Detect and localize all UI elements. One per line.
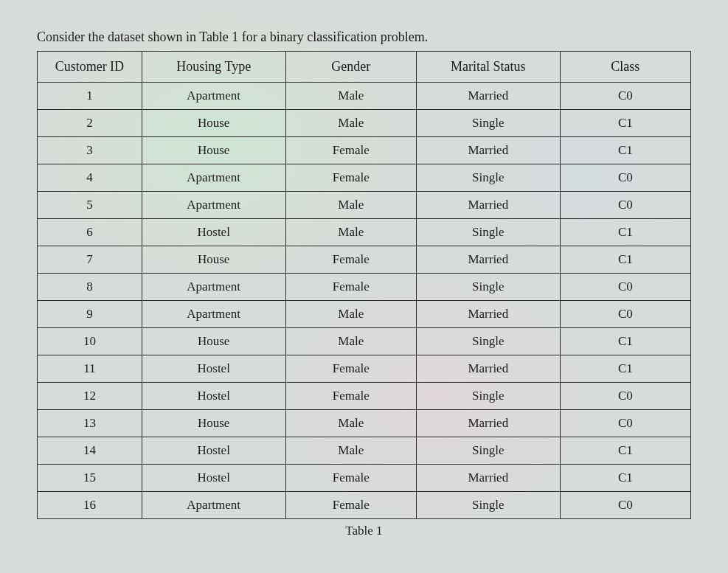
cell-housing: Hostel [142,465,285,492]
cell-marital: Married [416,355,560,383]
cell-housing: Apartment [142,301,285,328]
cell-id: 8 [38,274,142,301]
cell-id: 1 [38,83,142,110]
cell-class: C0 [560,301,690,328]
cell-housing: House [142,137,285,164]
table-row: 6 Hostel Male Single C1 [38,219,691,246]
cell-class: C0 [560,83,690,110]
table-row: 1 Apartment Male Married C0 [38,83,691,110]
cell-marital: Single [416,383,560,410]
intro-text: Consider the dataset shown in Table 1 fo… [37,29,691,45]
cell-class: C0 [560,274,690,301]
cell-marital: Single [416,437,560,465]
cell-class: C1 [560,246,690,274]
cell-housing: Apartment [142,192,285,219]
table-row: 9 Apartment Male Married C0 [38,301,691,328]
table-row: 14 Hostel Male Single C1 [38,437,691,465]
cell-id: 13 [38,410,142,437]
cell-gender: Male [285,328,416,355]
cell-id: 4 [38,164,142,192]
cell-class: C0 [560,164,690,192]
cell-id: 11 [38,355,142,383]
cell-id: 16 [38,492,142,519]
cell-housing: Apartment [142,164,285,192]
cell-marital: Single [416,328,560,355]
cell-id: 10 [38,328,142,355]
cell-marital: Single [416,219,560,246]
cell-id: 2 [38,110,142,137]
cell-housing: Apartment [142,274,285,301]
cell-gender: Male [285,83,416,110]
cell-class: C1 [560,219,690,246]
table-row: 8 Apartment Female Single C0 [38,274,691,301]
cell-class: C0 [560,383,690,410]
cell-marital: Married [416,465,560,492]
header-gender: Gender [285,52,416,83]
cell-gender: Female [285,355,416,383]
cell-class: C0 [560,410,690,437]
cell-id: 9 [38,301,142,328]
cell-marital: Married [416,192,560,219]
table-row: 5 Apartment Male Married C0 [38,192,691,219]
table-row: 13 House Male Married C0 [38,410,691,437]
cell-class: C1 [560,328,690,355]
cell-marital: Married [416,301,560,328]
table-row: 4 Apartment Female Single C0 [38,164,691,192]
cell-marital: Married [416,410,560,437]
cell-gender: Female [285,274,416,301]
cell-id: 6 [38,219,142,246]
cell-housing: House [142,328,285,355]
header-marital-status: Marital Status [416,52,560,83]
cell-marital: Single [416,110,560,137]
cell-marital: Married [416,137,560,164]
table-row: 10 House Male Single C1 [38,328,691,355]
table-header-row: Customer ID Housing Type Gender Marital … [38,52,691,83]
cell-class: C1 [560,137,690,164]
cell-gender: Male [285,219,416,246]
header-class: Class [560,52,690,83]
cell-housing: Apartment [142,83,285,110]
cell-housing: House [142,110,285,137]
table-row: 7 House Female Married C1 [38,246,691,274]
cell-id: 14 [38,437,142,465]
cell-class: C1 [560,355,690,383]
table-caption: Table 1 [37,524,691,538]
cell-gender: Female [285,164,416,192]
cell-gender: Female [285,465,416,492]
cell-marital: Single [416,274,560,301]
table-row: 2 House Male Single C1 [38,110,691,137]
cell-housing: Hostel [142,219,285,246]
table-body: 1 Apartment Male Married C0 2 House Male… [38,83,691,519]
table-row: 3 House Female Married C1 [38,137,691,164]
table-row: 11 Hostel Female Married C1 [38,355,691,383]
data-table: Customer ID Housing Type Gender Marital … [37,51,691,519]
cell-housing: Hostel [142,437,285,465]
table-row: 16 Apartment Female Single C0 [38,492,691,519]
cell-marital: Single [416,164,560,192]
header-customer-id: Customer ID [38,52,142,83]
cell-class: C0 [560,192,690,219]
table-row: 15 Hostel Female Married C1 [38,465,691,492]
cell-id: 3 [38,137,142,164]
cell-class: C1 [560,437,690,465]
cell-marital: Married [416,246,560,274]
cell-housing: House [142,410,285,437]
cell-gender: Male [285,301,416,328]
header-housing-type: Housing Type [142,52,285,83]
cell-gender: Female [285,383,416,410]
cell-id: 15 [38,465,142,492]
cell-gender: Female [285,492,416,519]
cell-id: 7 [38,246,142,274]
table-row: 12 Hostel Female Single C0 [38,383,691,410]
cell-housing: Hostel [142,355,285,383]
cell-gender: Male [285,437,416,465]
cell-housing: Hostel [142,383,285,410]
cell-gender: Female [285,137,416,164]
cell-marital: Single [416,492,560,519]
cell-class: C1 [560,465,690,492]
cell-class: C1 [560,110,690,137]
cell-marital: Married [416,83,560,110]
cell-id: 12 [38,383,142,410]
cell-housing: House [142,246,285,274]
cell-gender: Male [285,110,416,137]
